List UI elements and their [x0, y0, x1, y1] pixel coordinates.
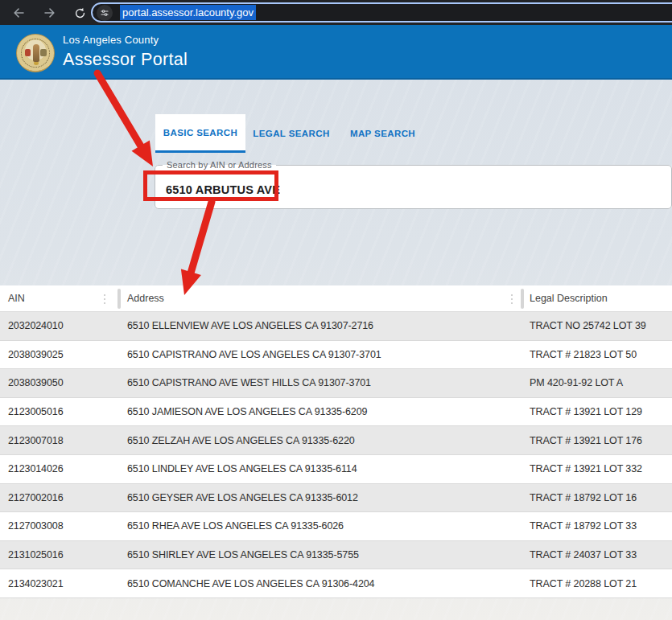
cell-ain: 2131025016 — [0, 549, 122, 560]
results-table: AIN Address Legal Description 2032024010… — [0, 285, 672, 598]
seal-detail — [25, 49, 31, 56]
cell-ain: 2123005016 — [0, 406, 122, 417]
tab-map-search[interactable]: MAP SEARCH — [344, 114, 421, 153]
cell-ain: 2127003008 — [0, 520, 122, 532]
table-header-row: AIN Address Legal Description — [0, 285, 672, 312]
cell-legal-description: TRACT # 13921 LOT 129 — [525, 406, 672, 417]
cell-address: 6510 ELLENVIEW AVE LOS ANGELES CA 91307-… — [122, 320, 525, 331]
browser-topbar: portal.assessor.lacounty.gov — [0, 0, 672, 25]
table-row[interactable]: 20380390506510 CAPISTRANO AVE WEST HILLS… — [0, 369, 672, 398]
browser-reload-icon[interactable] — [72, 5, 88, 21]
seal-detail — [34, 61, 39, 65]
table-row[interactable]: 21340230216510 COMANCHE AVE LOS ANGELES … — [0, 569, 672, 598]
cell-address: 6510 GEYSER AVE LOS ANGELES CA 91335-601… — [122, 492, 525, 503]
header-text: Los Angeles County Assessor Portal — [63, 33, 188, 71]
url-text[interactable]: portal.assessor.lacounty.gov — [120, 5, 256, 20]
cell-ain: 2038039025 — [0, 349, 122, 360]
column-menu-icon[interactable] — [100, 292, 109, 306]
column-resize-handle[interactable] — [117, 289, 121, 309]
cell-address: 6510 COMANCHE AVE LOS ANGELES CA 91306-4… — [122, 578, 525, 589]
la-county-seal-logo — [16, 34, 55, 72]
cell-legal-description: TRACT # 24037 LOT 33 — [525, 549, 672, 560]
table-row[interactable]: 21230140266510 LINDLEY AVE LOS ANGELES C… — [0, 455, 672, 484]
cell-legal-description: TRACT # 13921 LOT 176 — [525, 435, 672, 446]
cell-legal-description: TRACT # 21823 LOT 50 — [525, 349, 672, 360]
column-resize-handle[interactable] — [521, 289, 524, 309]
page-title: Assessor Portal — [63, 48, 188, 71]
seal-detail — [40, 49, 47, 56]
cell-ain: 2038039050 — [0, 377, 122, 388]
column-header-legal-description[interactable]: Legal Description — [530, 285, 608, 312]
tab-basic-search[interactable]: BASIC SEARCH — [155, 114, 245, 153]
cell-address: 6510 RHEA AVE LOS ANGELES CA 91335-6026 — [122, 520, 525, 532]
address-bar[interactable]: portal.assessor.lacounty.gov — [91, 2, 672, 23]
cell-address: 6510 SHIRLEY AVE LOS ANGELES CA 91335-57… — [122, 549, 525, 560]
column-header-address[interactable]: Address — [127, 285, 164, 312]
cell-ain: 2127002016 — [0, 492, 122, 503]
table-row[interactable]: 21230050166510 JAMIESON AVE LOS ANGELES … — [0, 398, 672, 427]
cell-legal-description: PM 420-91-92 LOT A — [525, 377, 672, 388]
table-body: 20320240106510 ELLENVIEW AVE LOS ANGELES… — [0, 312, 672, 598]
table-row[interactable]: 21270020166510 GEYSER AVE LOS ANGELES CA… — [0, 484, 672, 513]
browser-forward-icon[interactable] — [42, 5, 58, 21]
tab-legal-search[interactable]: LEGAL SEARCH — [251, 114, 332, 153]
cell-legal-description: TRACT # 18792 LOT 16 — [525, 492, 672, 503]
cell-ain: 2123007018 — [0, 435, 122, 446]
cell-address: 6510 JAMIESON AVE LOS ANGELES CA 91335-6… — [122, 406, 525, 417]
annotation-highlight-box — [143, 170, 278, 201]
site-settings-tune-icon[interactable] — [97, 5, 113, 21]
cell-legal-description: TRACT NO 25742 LOT 39 — [525, 320, 672, 331]
cell-legal-description: TRACT # 18792 LOT 33 — [525, 520, 672, 532]
cell-address: 6510 CAPISTRANO AVE WEST HILLS CA 91307-… — [122, 377, 525, 388]
table-row[interactable]: 21310250166510 SHIRLEY AVE LOS ANGELES C… — [0, 541, 672, 570]
browser-back-icon[interactable] — [10, 5, 27, 21]
table-row[interactable]: 21270030086510 RHEA AVE LOS ANGELES CA 9… — [0, 512, 672, 541]
cell-legal-description: TRACT # 13921 LOT 332 — [525, 463, 672, 474]
table-row[interactable]: 21230070186510 ZELZAH AVE LOS ANGELES CA… — [0, 426, 672, 455]
cell-address: 6510 CAPISTRANO AVE LOS ANGELES CA 91307… — [122, 349, 525, 360]
cell-ain: 2123014026 — [0, 463, 122, 474]
screenshot-root: portal.assessor.lacounty.gov Los Angeles… — [0, 0, 672, 620]
table-row[interactable]: 20380390256510 CAPISTRANO AVE LOS ANGELE… — [0, 341, 672, 370]
cell-address: 6510 LINDLEY AVE LOS ANGELES CA 91335-61… — [122, 463, 525, 474]
column-menu-icon[interactable] — [507, 292, 517, 306]
cell-legal-description: TRACT # 20288 LOT 21 — [525, 578, 672, 589]
table-row[interactable]: 20320240106510 ELLENVIEW AVE LOS ANGELES… — [0, 312, 672, 341]
cell-address: 6510 ZELZAH AVE LOS ANGELES CA 91335-622… — [122, 435, 525, 446]
cell-ain: 2134023021 — [0, 578, 122, 589]
org-name: Los Angeles County — [63, 33, 188, 47]
cell-ain: 2032024010 — [0, 320, 122, 331]
column-header-ain[interactable]: AIN — [8, 285, 25, 312]
site-header: Los Angeles County Assessor Portal — [0, 25, 672, 80]
search-label: Search by AIN or Address — [163, 160, 276, 170]
